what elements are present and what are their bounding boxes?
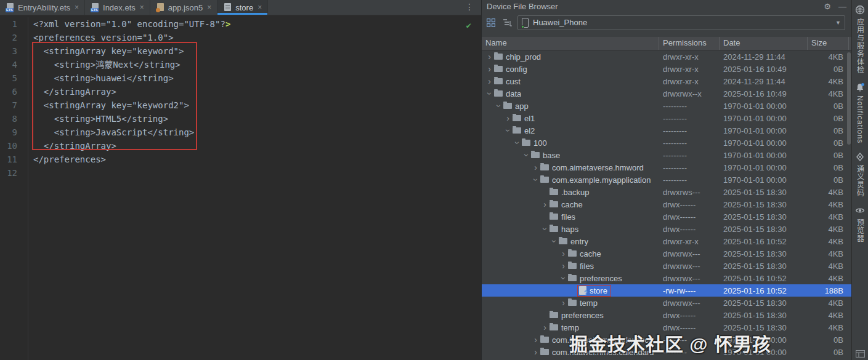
folder-icon <box>494 66 503 72</box>
chevron-collapsed-icon[interactable]: › <box>503 114 513 122</box>
chevron-expanded-icon[interactable]: › <box>522 151 531 160</box>
column-header-date[interactable]: Date <box>720 37 808 50</box>
folder-icon <box>550 312 558 318</box>
tab-options-kebab-icon[interactable]: ⋮ <box>465 2 474 12</box>
tool-strip-item-4[interactable]: 预览器 <box>855 206 866 242</box>
tree-row-cust[interactable]: ›custdrwxr-xr-x2024-11-29 11:444KB <box>482 75 851 87</box>
size-cell: 0B <box>808 137 849 149</box>
chevron-expanded-icon[interactable]: › <box>485 89 494 98</box>
column-header-name[interactable]: Name <box>482 37 659 50</box>
tool-strip-item-1[interactable]: 应用与服务体检 <box>855 5 866 74</box>
tree-row-100[interactable]: ›100---------1970-01-01 00:000B <box>482 137 851 149</box>
folder-icon <box>494 78 503 84</box>
date-cell: 2025-01-15 18:30 <box>720 210 808 223</box>
permissions-cell: drwxr-xr-x <box>659 50 720 63</box>
column-header-size[interactable]: Size <box>808 37 849 50</box>
tree-row-chip_prod[interactable]: ›chip_proddrwxr-xr-x2024-11-29 11:444KB <box>482 50 851 63</box>
device-selector-dropdown[interactable]: Huawei_Phone ▼ <box>517 15 845 30</box>
chevron-collapsed-icon[interactable]: › <box>485 77 494 86</box>
file-name: com.example.myapplication <box>552 175 651 185</box>
name-cell: ›entry <box>482 235 659 247</box>
tool-strip-label: 通义灵码 <box>855 165 866 197</box>
chevron-collapsed-icon[interactable]: › <box>559 298 568 307</box>
tool-strip-item-3[interactable]: 通义灵码 <box>855 152 866 197</box>
tab-label: EntryAbility.ets <box>18 3 70 12</box>
tool-strip-item-2[interactable]: Notifications <box>855 82 865 143</box>
editor-tab-Index.ets[interactable]: ETSIndex.ets× <box>85 0 150 15</box>
permissions-cell: drwxrwx--- <box>659 260 720 272</box>
size-cell: 4KB <box>808 223 849 235</box>
vertical-scrollbar[interactable] <box>847 52 851 145</box>
column-header-permissions[interactable]: Permissions <box>659 37 720 50</box>
tree-row-config[interactable]: ›configdrwxr-xr-x2025-01-16 10:490B <box>482 63 851 75</box>
editor-tab-store[interactable]: store× <box>217 0 268 15</box>
chevron-collapsed-icon[interactable]: › <box>485 52 494 61</box>
tree-row-preferences[interactable]: ›preferencesdrwxrwx---2025-01-16 10:524K… <box>482 272 851 284</box>
chevron-expanded-icon[interactable]: › <box>513 138 522 148</box>
tree-row-entry[interactable]: ›entrydrwxr-xr-x2025-01-16 10:524KB <box>482 235 851 247</box>
size-cell: 4KB <box>808 87 849 100</box>
tab-close-icon[interactable]: × <box>75 3 79 12</box>
size-cell: 4KB <box>808 247 849 260</box>
tree-row-base[interactable]: ›base---------1970-01-01 00:000B <box>482 149 851 161</box>
size-cell: 0B <box>808 346 849 358</box>
size-cell: 4KB <box>808 198 849 210</box>
minimize-icon[interactable]: — <box>838 2 846 11</box>
chevron-collapsed-icon[interactable]: › <box>531 163 540 172</box>
chevron-expanded-icon[interactable]: › <box>550 237 559 246</box>
folder-icon <box>568 263 577 269</box>
date-cell: 1970-01-01 00:00 <box>720 137 808 149</box>
chevron-expanded-icon[interactable]: › <box>541 225 550 234</box>
chevron-collapsed-icon[interactable]: › <box>559 262 568 270</box>
folder-icon <box>540 337 549 343</box>
permissions-cell: drwxrwx--- <box>659 247 720 260</box>
code-text[interactable]: <?xml version="1.0" encoding="UTF-8"?><p… <box>28 17 230 360</box>
tab-close-icon[interactable]: × <box>258 3 262 12</box>
tree-row-files[interactable]: filesdrwx------2025-01-15 18:304KB <box>482 210 851 223</box>
date-cell: 2024-11-29 11:44 <box>720 50 808 63</box>
tab-close-icon[interactable]: × <box>140 3 144 12</box>
chevron-expanded-icon[interactable]: › <box>495 102 503 111</box>
tab-close-icon[interactable]: × <box>207 3 211 12</box>
chevron-collapsed-icon[interactable]: › <box>540 200 550 209</box>
collapse-all-icon[interactable] <box>501 17 513 28</box>
code-editor[interactable]: 123456789101112 <?xml version="1.0" enco… <box>0 15 481 360</box>
chevron-collapsed-icon[interactable]: › <box>531 348 540 356</box>
chevron-expanded-icon[interactable]: › <box>559 274 568 283</box>
chevron-collapsed-icon[interactable]: › <box>531 335 540 344</box>
tree-row-temp[interactable]: ›tempdrwxrwx---2025-01-15 18:304KB <box>482 297 851 309</box>
code-line: <string>鸿蒙Next</string> <box>33 58 230 71</box>
layout-icon[interactable] <box>855 349 865 359</box>
tree-row-el1[interactable]: ›el1---------1970-01-01 00:000B <box>482 112 851 124</box>
file-name: files <box>561 212 575 222</box>
date-cell: 2025-01-15 18:30 <box>720 260 808 272</box>
tree-row-cache[interactable]: ›cachedrwx------2025-01-15 18:304KB <box>482 198 851 210</box>
inspection-ok-icon[interactable]: ✔ <box>466 18 471 32</box>
size-cell: 0B <box>808 334 849 346</box>
tree-row-store[interactable]: store-rw-rw----2025-01-16 10:52188B <box>482 284 851 297</box>
tree-row-com.aimetaverse.hmword[interactable]: ›com.aimetaverse.hmword---------1970-01-… <box>482 161 851 174</box>
tree-row-cache[interactable]: ›cachedrwxrwx---2025-01-15 18:304KB <box>482 247 851 260</box>
editor-tab-app.json5[interactable]: app.json5× <box>150 0 217 15</box>
tree-row-app[interactable]: ›app---------1970-01-01 00:000B <box>482 100 851 112</box>
json-file-icon <box>156 3 165 12</box>
chevron-collapsed-icon[interactable]: › <box>485 65 494 73</box>
tree-row-files[interactable]: ›filesdrwxrwx---2025-01-15 18:304KB <box>482 260 851 272</box>
file-name: chip_prod <box>506 52 541 62</box>
date-cell: 1970-01-01 00:00 <box>720 124 808 137</box>
tree-row-com.example.myapplication[interactable]: ›com.example.myapplication---------1970-… <box>482 174 851 186</box>
tree-row-data[interactable]: ›datadrwxrwx--x2025-01-16 10:494KB <box>482 87 851 100</box>
chevron-collapsed-icon[interactable]: › <box>540 323 550 332</box>
tree-row-.backup[interactable]: .backupdrwxrws---2025-01-15 18:304KB <box>482 186 851 198</box>
editor-tab-EntryAbility.ets[interactable]: ETSEntryAbility.ets× <box>0 0 85 15</box>
settings-gear-icon[interactable]: ⚙ <box>824 2 831 11</box>
chevron-collapsed-icon[interactable]: › <box>559 249 568 258</box>
tree-row-el2[interactable]: ›el2---------1970-01-01 00:000B <box>482 124 851 137</box>
chevron-expanded-icon[interactable]: › <box>504 126 513 135</box>
chevron-expanded-icon[interactable]: › <box>532 175 540 185</box>
view-grid-icon[interactable] <box>485 17 497 28</box>
file-name: .backup <box>561 188 590 197</box>
line-number: 8 <box>0 112 17 126</box>
tree-row-preferences[interactable]: preferencesdrwx------2025-01-15 18:304KB <box>482 309 851 321</box>
tree-row-haps[interactable]: ›hapsdrwx------2025-01-15 18:304KB <box>482 223 851 235</box>
